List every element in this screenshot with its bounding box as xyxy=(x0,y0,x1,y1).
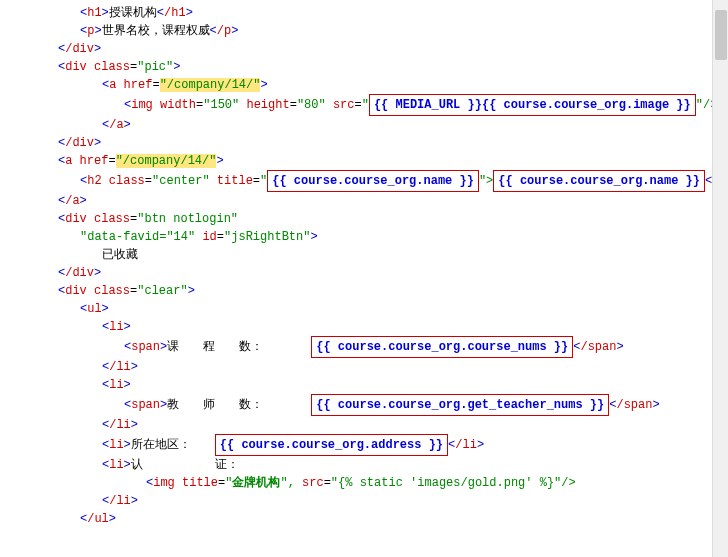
code-line: </a> xyxy=(0,192,728,210)
code-line: <h1>授课机构</h1> xyxy=(0,4,728,22)
code-line: <div class="btn notlogin" xyxy=(0,210,728,228)
code-line: <span>课 程 数： {{ course.course_org.course… xyxy=(0,336,728,358)
code-line: <li> xyxy=(0,376,728,394)
template-expr-box: {{ course.course_org.course_nums }} xyxy=(311,336,573,358)
vertical-scrollbar[interactable] xyxy=(712,0,728,532)
code-line: </a> xyxy=(0,116,728,134)
template-expr-box: {{ course.course_org.name }} xyxy=(267,170,479,192)
code-line: <a href="/company/14/"> xyxy=(0,152,728,170)
code-line: 已收藏 xyxy=(0,246,728,264)
code-view: <h1>授课机构</h1> <p>世界名校，课程权威</p> </div> <d… xyxy=(0,4,728,528)
code-line: <img title="金牌机构", src="{% static 'image… xyxy=(0,474,728,492)
code-line: <li>认 证： xyxy=(0,456,728,474)
code-line: <img width="150" height="80" src="{{ MED… xyxy=(0,94,728,116)
code-line: </li> xyxy=(0,416,728,434)
code-line: </div> xyxy=(0,134,728,152)
scrollbar-thumb[interactable] xyxy=(715,10,727,60)
code-line: <a href="/company/14/"> xyxy=(0,76,728,94)
code-line: <span>教 师 数： {{ course.course_org.get_te… xyxy=(0,394,728,416)
code-line: "data-favid="14" id="jsRightBtn"> xyxy=(0,228,728,246)
code-line: </li> xyxy=(0,492,728,510)
code-line: </ul> xyxy=(0,510,728,528)
template-expr-box: {{ course.course_org.name }} xyxy=(493,170,705,192)
code-line: <h2 class="center" title="{{ course.cour… xyxy=(0,170,728,192)
code-line: </li> xyxy=(0,358,728,376)
code-line: <li> xyxy=(0,318,728,336)
code-line: <ul> xyxy=(0,300,728,318)
code-line: <li>所在地区： {{ course.course_org.address }… xyxy=(0,434,728,456)
code-line: <div class="clear"> xyxy=(0,282,728,300)
code-line: </div> xyxy=(0,264,728,282)
template-expr-box: {{ course.course_org.address }} xyxy=(215,434,448,456)
code-line: </div> xyxy=(0,40,728,58)
code-line: <div class="pic"> xyxy=(0,58,728,76)
code-line: <p>世界名校，课程权威</p> xyxy=(0,22,728,40)
template-expr-box: {{ MEDIA_URL }}{{ course.course_org.imag… xyxy=(369,94,696,116)
template-expr-box: {{ course.course_org.get_teacher_nums }} xyxy=(311,394,609,416)
